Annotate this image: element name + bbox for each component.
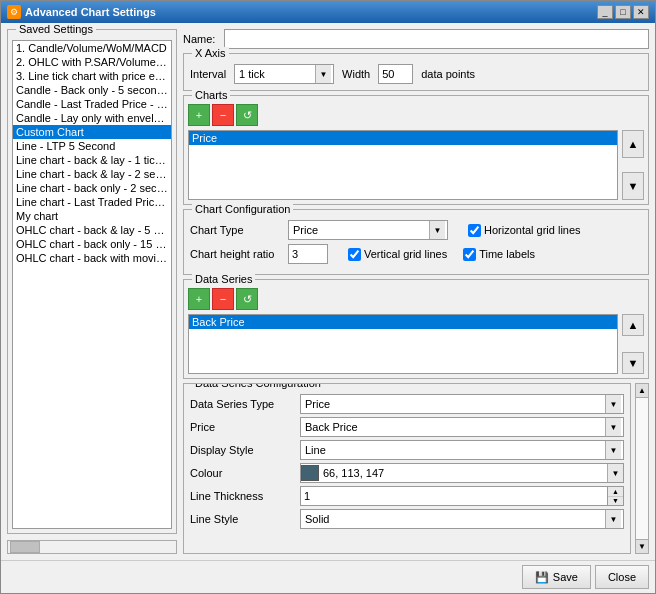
ds-colour-key: Colour <box>190 467 300 479</box>
ds-linestyle-key: Line Style <box>190 513 300 525</box>
ds-thickness-value: ▲ ▼ <box>300 486 624 506</box>
list-item[interactable]: OHLC chart - back with moving aver <box>13 251 171 265</box>
right-scrollbar[interactable]: ▲ ▼ <box>635 383 649 554</box>
charts-add-button[interactable]: + <box>188 104 210 126</box>
vertical-grid-checkbox[interactable] <box>348 248 361 261</box>
ds-display-dropdown[interactable]: Line ▼ <box>300 440 624 460</box>
charts-move-down-button[interactable]: ▼ <box>622 172 644 200</box>
interval-dropdown[interactable]: 1 tick ▼ <box>234 64 334 84</box>
name-input[interactable] <box>224 29 649 49</box>
maximize-button[interactable]: □ <box>615 5 631 19</box>
ds-thickness-row: Line Thickness ▲ ▼ <box>190 486 624 506</box>
left-panel: Saved Settings 1. Candle/Volume/WoM/MACD… <box>7 29 177 554</box>
list-item[interactable]: OHLC chart - back & lay - 5 second i <box>13 223 171 237</box>
width-input[interactable] <box>378 64 413 84</box>
colour-swatch <box>301 465 319 481</box>
chart-type-value: Price <box>293 224 318 236</box>
left-hscrollbar[interactable] <box>7 540 177 554</box>
ds-display-key: Display Style <box>190 444 300 456</box>
data-series-item[interactable]: Back Price <box>189 315 617 329</box>
ds-display-arrow[interactable]: ▼ <box>605 441 621 459</box>
chart-type-row: Chart Type Price ▼ Horizontal grid lines <box>190 220 642 240</box>
name-label: Name: <box>183 33 218 45</box>
xaxis-section: X Axis Interval 1 tick ▼ Width data poin… <box>183 53 649 91</box>
list-item[interactable]: Line chart - back & lay - 1 tick interva <box>13 153 171 167</box>
list-item[interactable]: Line chart - back & lay - 2 second int <box>13 167 171 181</box>
main-window: ⚙ Advanced Chart Settings _ □ ✕ Saved Se… <box>0 0 656 594</box>
thickness-spinner[interactable]: ▲ ▼ <box>300 486 624 506</box>
charts-reset-button[interactable]: ↺ <box>236 104 258 126</box>
spinner-buttons: ▲ ▼ <box>607 487 623 505</box>
interval-dropdown-arrow[interactable]: ▼ <box>315 65 331 83</box>
chart-type-dropdown[interactable]: Price ▼ <box>288 220 448 240</box>
title-bar: ⚙ Advanced Chart Settings _ □ ✕ <box>1 1 655 23</box>
close-button[interactable]: ✕ <box>633 5 649 19</box>
list-item-selected[interactable]: Custom Chart <box>13 125 171 139</box>
ds-type-arrow[interactable]: ▼ <box>605 395 621 413</box>
right-panel: Name: X Axis Interval 1 tick ▼ Width dat… <box>183 29 649 554</box>
save-label: Save <box>553 571 578 583</box>
list-item[interactable]: Line - LTP 5 Second <box>13 139 171 153</box>
list-item[interactable]: 1. Candle/Volume/WoM/MACD <box>13 41 171 55</box>
title-buttons: _ □ ✕ <box>597 5 649 19</box>
ds-type-value: Price ▼ <box>300 394 624 414</box>
charts-list-item[interactable]: Price <box>189 131 617 145</box>
chart-type-arrow[interactable]: ▼ <box>429 221 445 239</box>
ds-move-up-button[interactable]: ▲ <box>622 314 644 336</box>
save-button[interactable]: 💾 Save <box>522 565 591 589</box>
minimize-button[interactable]: _ <box>597 5 613 19</box>
ds-colour-dropdown[interactable]: 66, 113, 147 ▼ <box>300 463 624 483</box>
thickness-input[interactable] <box>301 487 607 505</box>
name-row: Name: <box>183 29 649 49</box>
chart-config-label: Chart Configuration <box>192 203 293 215</box>
ds-linestyle-row: Line Style Solid ▼ <box>190 509 624 529</box>
charts-move-up-button[interactable]: ▲ <box>622 130 644 158</box>
interval-value: 1 tick <box>239 68 265 80</box>
ds-linestyle-arrow[interactable]: ▼ <box>605 510 621 528</box>
data-points-label: data points <box>421 68 475 80</box>
ds-reset-button[interactable]: ↺ <box>236 288 258 310</box>
saved-settings-label: Saved Settings <box>16 23 96 35</box>
ds-linestyle-dropdown[interactable]: Solid ▼ <box>300 509 624 529</box>
ds-add-button[interactable]: + <box>188 288 210 310</box>
ds-move-down-button[interactable]: ▼ <box>622 352 644 374</box>
colour-text: 66, 113, 147 <box>323 467 384 479</box>
list-item[interactable]: Candle - Lay only with envelope - 10 <box>13 111 171 125</box>
list-item[interactable]: Candle - Last Traded Price - 10 sec <box>13 97 171 111</box>
ds-colour-value: 66, 113, 147 ▼ <box>300 463 624 483</box>
window-icon: ⚙ <box>7 5 21 19</box>
colour-arrow[interactable]: ▼ <box>607 464 623 482</box>
window-title: Advanced Chart Settings <box>25 6 156 18</box>
charts-remove-button[interactable]: − <box>212 104 234 126</box>
chart-height-input[interactable] <box>288 244 328 264</box>
horizontal-grid-label: Horizontal grid lines <box>484 224 581 236</box>
list-item[interactable]: My chart <box>13 209 171 223</box>
ds-price-arrow[interactable]: ▼ <box>605 418 621 436</box>
saved-settings-list[interactable]: 1. Candle/Volume/WoM/MACD 2. OHLC with P… <box>12 40 172 529</box>
list-item[interactable]: 3. Line tick chart with price envelope <box>13 69 171 83</box>
vertical-grid-label: Vertical grid lines <box>364 248 447 260</box>
close-button[interactable]: Close <box>595 565 649 589</box>
list-item[interactable]: Candle - Back only - 5 seconds <box>13 83 171 97</box>
charts-list[interactable]: Price <box>188 130 618 200</box>
horizontal-grid-checkbox[interactable] <box>468 224 481 237</box>
data-series-label: Data Series <box>192 273 255 285</box>
ds-price-dropdown[interactable]: Back Price ▼ <box>300 417 624 437</box>
hscroll-thumb[interactable] <box>10 541 40 553</box>
spinner-up[interactable]: ▲ <box>608 487 623 497</box>
ds-price-text: Back Price <box>305 421 358 433</box>
list-item[interactable]: 2. OHLC with P.SAR/Volume/RSI <box>13 55 171 69</box>
list-item[interactable]: OHLC chart - back only - 15 second <box>13 237 171 251</box>
ds-type-dropdown[interactable]: Price ▼ <box>300 394 624 414</box>
scroll-down-button[interactable]: ▼ <box>636 539 648 553</box>
bottom-bar: 💾 Save Close <box>1 560 655 593</box>
time-labels-checkbox[interactable] <box>463 248 476 261</box>
spinner-down[interactable]: ▼ <box>608 497 623 506</box>
data-series-list[interactable]: Back Price <box>188 314 618 374</box>
scroll-up-button[interactable]: ▲ <box>636 384 648 398</box>
list-item[interactable]: Line chart - Last Traded Price with M <box>13 195 171 209</box>
ds-remove-button[interactable]: − <box>212 288 234 310</box>
list-item[interactable]: Line chart - back only - 2 second inte <box>13 181 171 195</box>
ds-display-text: Line <box>305 444 326 456</box>
save-icon: 💾 <box>535 571 549 584</box>
